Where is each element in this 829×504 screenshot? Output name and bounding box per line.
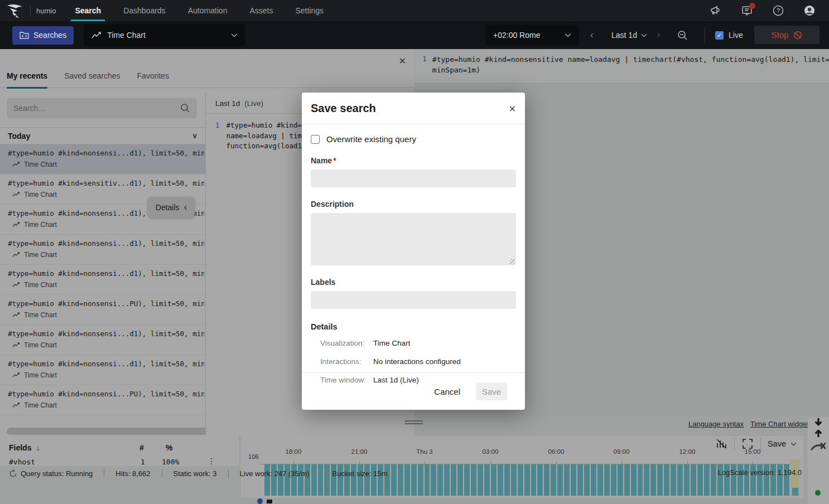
nav-item-settings[interactable]: Settings: [291, 0, 327, 21]
timezone-selector[interactable]: +02:00 Rome: [485, 25, 579, 46]
stop-button[interactable]: Stop: [754, 26, 820, 44]
save-button[interactable]: Save: [476, 382, 507, 400]
name-label: Name*: [311, 156, 516, 165]
notifications-icon[interactable]: [741, 4, 753, 17]
brand-label: humio: [36, 7, 56, 15]
stop-label: Stop: [772, 30, 789, 40]
close-icon[interactable]: ✕: [509, 104, 516, 114]
nav-item-assets[interactable]: Assets: [245, 0, 277, 21]
nav-item-dashboards[interactable]: Dashboards: [119, 0, 170, 21]
overwrite-checkbox[interactable]: [311, 135, 320, 144]
divider: [705, 27, 705, 43]
save-search-dialog: Save search ✕ Overwrite existing query N…: [302, 93, 525, 410]
notification-badge: [749, 3, 755, 9]
chevron-down-icon: [641, 33, 647, 37]
time-window-selector[interactable]: Last 1d: [611, 21, 647, 49]
required-asterisk: *: [333, 156, 336, 165]
time-window-label: Last 1d: [611, 31, 637, 40]
help-icon[interactable]: ?: [772, 4, 784, 17]
overwrite-label: Overwrite existing query: [326, 134, 416, 144]
search-toolbar: Searches Time Chart +02:00 Rome ‹ Last 1…: [0, 21, 829, 49]
detail-row: Interactions:No interactions configured: [311, 357, 516, 366]
chevron-down-icon: [565, 33, 571, 37]
crowdstrike-falcon-logo: [6, 2, 25, 19]
timezone-label: +02:00 Rome: [493, 31, 540, 40]
detail-label: Visualization:: [320, 339, 373, 347]
app-window: humio Search Dashboards Automation Asset…: [0, 0, 829, 504]
visualization-selector[interactable]: Time Chart: [84, 24, 245, 46]
view-selector-label: Time Chart: [107, 31, 146, 40]
time-window-back-button[interactable]: ‹: [590, 21, 594, 49]
main-nav-items: Search Dashboards Automation Assets Sett…: [64, 0, 335, 21]
labels-field[interactable]: [311, 291, 516, 309]
time-window-forward-button[interactable]: ›: [657, 21, 661, 49]
divider: [30, 5, 31, 16]
cancel-button[interactable]: Cancel: [434, 387, 460, 396]
live-checkbox[interactable]: ✓: [715, 31, 724, 40]
zoom-out-icon[interactable]: [677, 21, 688, 49]
prohibited-icon: [793, 31, 802, 40]
detail-value: No interactions configured: [373, 357, 461, 366]
top-nav: humio Search Dashboards Automation Asset…: [0, 0, 829, 21]
line-chart-icon: [91, 32, 102, 39]
saved-queries-icon: [20, 31, 29, 40]
labels-label: Labels: [311, 278, 516, 287]
searches-label: Searches: [33, 31, 66, 40]
searches-button[interactable]: Searches: [12, 26, 74, 45]
nav-item-search[interactable]: Search: [71, 0, 105, 21]
nav-item-automation[interactable]: Automation: [184, 0, 232, 21]
detail-row: Visualization:Time Chart: [311, 339, 516, 347]
detail-value: Time Chart: [373, 339, 410, 347]
account-icon[interactable]: [803, 4, 816, 17]
description-field[interactable]: [311, 213, 516, 265]
live-toggle[interactable]: ✓ Live: [715, 21, 743, 49]
resize-grip[interactable]: [509, 259, 515, 264]
name-field[interactable]: [311, 169, 516, 187]
description-label: Description: [311, 200, 516, 209]
svg-text:?: ?: [777, 7, 780, 14]
announcements-icon[interactable]: [710, 4, 722, 17]
overwrite-checkbox-row[interactable]: Overwrite existing query: [311, 134, 516, 144]
chevron-down-icon: [231, 33, 238, 37]
live-label: Live: [729, 31, 743, 40]
detail-label: Interactions:: [320, 357, 373, 366]
dialog-title: Save search: [311, 102, 376, 115]
details-section-title: Details: [311, 322, 516, 331]
